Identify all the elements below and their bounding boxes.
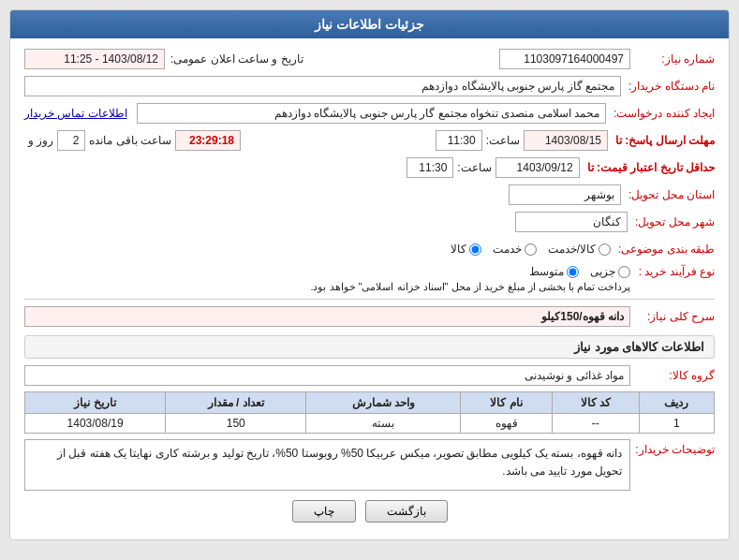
serh-value: دانه قهوه/150کیلو (24, 306, 630, 327)
contact-link[interactable]: اطلاعات تماس خریدار (24, 107, 127, 120)
col-code: کد کالا (552, 392, 639, 414)
reply-date: 1403/08/15 (524, 130, 608, 151)
button-row: بازگشت چاپ (24, 500, 715, 530)
province-label: استان محل تحویل: (621, 188, 715, 201)
date-time-value: 1403/08/12 - 11:25 (24, 49, 165, 69)
serh-label: سرح کلی نیاز: (630, 310, 715, 323)
table-row: 1 -- قهوه بسته 150 1403/08/19 (25, 414, 715, 434)
print-button[interactable]: چاپ (292, 500, 356, 523)
description-label: توضیحات خریدار: (630, 439, 715, 456)
category-radio-group: کالا/خدمت خدمت کالا (451, 243, 611, 256)
buyer-name-value: مجتمع گاز پارس جنوبی پالایشگاه دوازدهم (24, 76, 621, 96)
cell-date: 1403/08/19 (25, 414, 166, 434)
cell-name: قهوه (461, 414, 552, 434)
col-qty: تعداد / مقدار (166, 392, 306, 414)
province-value: بوشهر (509, 184, 621, 205)
reply-day-label: روز و (28, 134, 53, 147)
reply-time-label: ساعت: (486, 134, 520, 147)
city-value: کنگان (515, 212, 628, 232)
price-deadline-label: حداقل تاریخ اعتبار قیمت: تا (580, 161, 715, 174)
category-option-khedmat[interactable]: خدمت (493, 243, 537, 256)
col-name: نام کالا (461, 392, 552, 414)
category-label: طبقه بندی موضوعی: (611, 243, 715, 256)
goods-table: ردیف کد کالا نام کالا واحد شمارش تعداد /… (24, 391, 715, 434)
cell-code: -- (552, 414, 639, 434)
reply-day: 2 (57, 130, 85, 151)
description-value: دانه قهوه، بسته یک کیلویی مطابق تصویر، م… (24, 439, 630, 491)
price-time-label: ساعت: (457, 161, 491, 174)
creator-label: ایجاد کننده درخواست: (606, 107, 715, 120)
process-note: پرداخت تمام با بخشی از مبلغ خرید از محل … (24, 281, 630, 293)
reply-remaining-label: ساعت باقی مانده (89, 134, 171, 147)
divider-1 (24, 299, 715, 300)
city-label: شهر محل تحویل: (628, 215, 715, 228)
need-number-label: شماره نیاز: (630, 52, 715, 66)
goods-group-value: مواد غذائی و نوشیدنی (24, 365, 630, 386)
date-time-label: تاریخ و ساعت اعلان عمومی: (170, 52, 303, 66)
col-unit: واحد شمارش (306, 392, 461, 414)
category-option-kala[interactable]: کالا (451, 243, 481, 256)
category-option-kala-khedmat[interactable]: کالا/خدمت (548, 243, 611, 256)
reply-time: 11:30 (436, 130, 482, 151)
cell-unit: بسته (306, 414, 461, 434)
goods-group-label: گروه کالا: (630, 369, 715, 382)
process-type-label: نوع فرآیند خرید : (630, 265, 715, 278)
process-option-mottaset[interactable]: متوسط (529, 265, 579, 278)
process-radio-group: جزیی متوسط (24, 265, 630, 278)
col-row: ردیف (639, 392, 714, 414)
page-title: جزئیات اطلاعات نیاز (10, 10, 729, 38)
creator-value: محمد اسلامی منصدی تنخواه مجتمع گار پارس … (137, 103, 606, 124)
reply-deadline-label: مهلت ارسال پاسخ: تا (608, 134, 715, 147)
col-date: تاریخ نیاز (25, 392, 166, 414)
price-time: 11:30 (406, 157, 453, 178)
cell-qty: 150 (166, 414, 306, 434)
cell-row: 1 (639, 414, 714, 434)
buyer-name-label: نام دستگاه خریدار: (621, 80, 715, 93)
need-number-value: 1103097164000497 (499, 49, 630, 69)
process-option-jozi[interactable]: جزیی (590, 265, 630, 278)
back-button[interactable]: بازگشت (365, 500, 448, 523)
goods-section-title: اطلاعات کالاهای مورد نیاز (24, 335, 715, 359)
reply-remaining: 23:29:18 (175, 130, 241, 151)
price-date: 1403/09/12 (495, 157, 580, 178)
